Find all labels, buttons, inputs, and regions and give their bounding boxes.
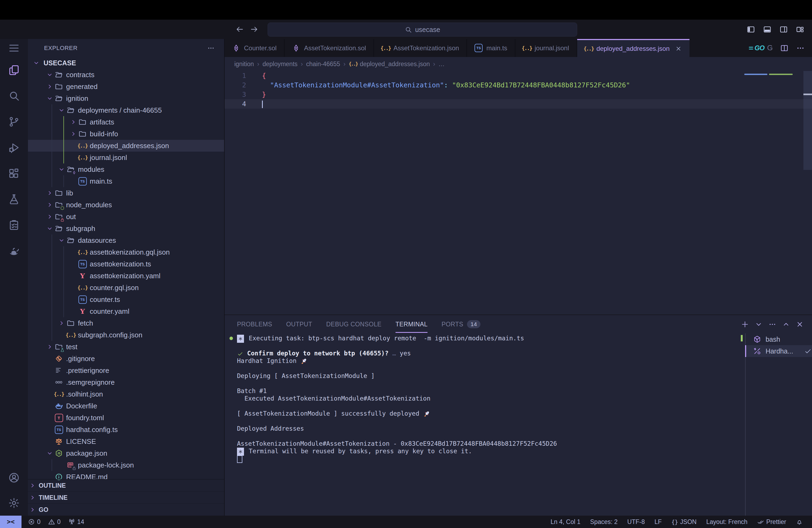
activity-settings-icon[interactable] (0, 490, 28, 516)
go-extension-icon[interactable]: GOG (749, 44, 773, 52)
tab-assettokenization.sol[interactable]: AssetTokenization.sol (285, 39, 374, 57)
breadcrumb-item[interactable]: … (438, 60, 445, 68)
layout-sidebar-right-icon[interactable] (779, 25, 788, 34)
new-terminal-icon[interactable] (741, 320, 749, 329)
tree-item-node-modules[interactable]: node_modules (28, 199, 224, 211)
activity-extensions-icon[interactable] (0, 160, 28, 186)
tree-item-contracts[interactable]: contracts (28, 69, 224, 81)
more-actions-icon[interactable] (796, 44, 805, 53)
tree-item-package-lock.json[interactable]: package-lock.json (28, 459, 224, 471)
section-go[interactable]: GO (28, 503, 224, 516)
tree-item-counter.ts[interactable]: TScounter.ts (28, 294, 224, 305)
tree-item-journal.jsonl[interactable]: {..}journal.jsonl (28, 152, 224, 163)
code-editor[interactable]: 1{2 "AssetTokenizationModule#AssetTokeni… (224, 71, 812, 315)
command-center-search[interactable]: usecase (267, 23, 577, 37)
panel-tab-ports[interactable]: PORTS14 (441, 315, 480, 333)
breadcrumb-item[interactable]: {..}deployed_addresses.json (349, 60, 430, 68)
status-ports-forwarded[interactable]: 14 (68, 518, 84, 526)
tree-item-out[interactable]: out (28, 211, 224, 223)
terminal-instance-bash[interactable]: $bash (745, 333, 812, 345)
tree-item-subgraph[interactable]: subgraph (28, 223, 224, 234)
activity-magic-lamp-icon[interactable] (0, 238, 28, 264)
breadcrumb-item[interactable]: chain-46655 (306, 60, 340, 68)
activity-explorer-icon[interactable] (0, 57, 28, 83)
activity-source-control-icon[interactable] (0, 109, 28, 135)
nav-back-icon[interactable] (235, 25, 244, 33)
breadcrumb-item[interactable]: ignition (234, 60, 254, 68)
activity-testing-icon[interactable] (0, 186, 28, 212)
tree-item-hardhat.config.ts[interactable]: TShardhat.config.ts (28, 424, 224, 436)
panel-splitter[interactable] (745, 333, 745, 516)
close-icon[interactable] (675, 45, 682, 52)
tree-item-main.ts[interactable]: TSmain.ts (28, 175, 224, 187)
more-actions-icon[interactable] (768, 320, 777, 329)
tab-assettokenization.json[interactable]: {..}AssetTokenization.json (374, 39, 467, 57)
panel-tab-problems[interactable]: PROBLEMS (237, 315, 272, 333)
status-language-mode[interactable]: {}JSON (671, 518, 697, 526)
tree-item-datasources[interactable]: datasources (28, 234, 224, 246)
status-encoding[interactable]: UTF-8 (627, 518, 645, 526)
section-timeline[interactable]: TIMELINE (28, 491, 224, 503)
activity-run-debug-icon[interactable] (0, 135, 28, 160)
tree-item-test[interactable]: test (28, 341, 224, 353)
panel-tab-terminal[interactable]: TERMINAL (395, 315, 428, 333)
tree-item-counter.gql.json[interactable]: {..}counter.gql.json (28, 282, 224, 294)
status-prettier[interactable]: Prettier (757, 518, 786, 526)
activity-search-icon[interactable] (0, 83, 28, 109)
activity-accounts-icon[interactable] (0, 465, 28, 490)
layout-custom-icon[interactable] (796, 25, 804, 34)
panel-tab-output[interactable]: OUTPUT (286, 315, 312, 333)
tab-counter.sol[interactable]: Counter.sol (224, 39, 285, 57)
tree-item-lib[interactable]: lib (28, 187, 224, 199)
status-keyboard-layout[interactable]: Layout: French (706, 518, 747, 526)
tree-item-subgraph.config.json[interactable]: {..}subgraph.config.json (28, 329, 224, 341)
tree-item-.solhint.json[interactable]: {..}.solhint.json (28, 388, 224, 400)
status-notifications[interactable] (796, 518, 805, 525)
tab-deployed_addresses.json[interactable]: {..}deployed_addresses.json (577, 39, 690, 57)
tab-main.ts[interactable]: TSmain.ts (467, 39, 515, 57)
panel-tab-debug-console[interactable]: DEBUG CONSOLE (326, 315, 381, 333)
tree-item-build-info[interactable]: build-info (28, 128, 224, 140)
tree-item-assettokenization.gql.json[interactable]: {..}assettokenization.gql.json (28, 246, 224, 258)
tree-item-usecase[interactable]: USECASE (28, 57, 224, 69)
tree-item-.semgrepignore[interactable]: .semgrepignore (28, 376, 224, 388)
close-panel-icon[interactable] (796, 320, 804, 329)
layout-sidebar-icon[interactable] (746, 25, 755, 34)
tree-item-dockerfile[interactable]: Dockerfile (28, 400, 224, 412)
tree-item-fetch[interactable]: fetch (28, 317, 224, 329)
activity-menu-icon[interactable] (0, 39, 28, 57)
tree-item-modules[interactable]: modules (28, 163, 224, 175)
tree-item-.gitignore[interactable]: .gitignore (28, 353, 224, 365)
tree-item-package.json[interactable]: JSpackage.json (28, 447, 224, 459)
tree-item-generated[interactable]: generated (28, 81, 224, 92)
status-indentation[interactable]: Spaces: 2 (590, 518, 618, 526)
tree-item-.prettierignore[interactable]: .prettierignore (28, 365, 224, 376)
editor-scrollbar[interactable] (803, 71, 812, 170)
launch-profile-icon[interactable] (754, 320, 763, 329)
tree-item-artifacts[interactable]: artifacts (28, 116, 224, 128)
status-problems-warnings[interactable]: 0 (48, 518, 61, 526)
layout-panel-icon[interactable] (763, 25, 772, 34)
maximize-panel-icon[interactable] (782, 320, 790, 329)
tab-journal.jsonl[interactable]: {..}journal.jsonl (516, 39, 577, 57)
breadcrumb-item[interactable]: deployments (262, 60, 298, 68)
activity-checklist-icon[interactable] (0, 212, 28, 238)
status-problems-errors[interactable]: 0 (28, 518, 41, 526)
tree-item-deployments-chain-46655[interactable]: deployments / chain-46655 (28, 104, 224, 116)
nav-forward-icon[interactable] (250, 25, 259, 33)
tree-item-deployed-addresses.json[interactable]: {..}deployed_addresses.json (28, 140, 224, 152)
section-outline[interactable]: OUTLINE (28, 479, 224, 491)
terminal-output[interactable]: Executing task: btp-scs hardhat deploy r… (224, 333, 745, 516)
tree-item-counter.yaml[interactable]: Ycounter.yaml (28, 305, 224, 317)
status-eol[interactable]: LF (654, 518, 662, 526)
remote-indicator[interactable]: >< (0, 516, 21, 528)
tree-item-assettokenization.yaml[interactable]: Yassettokenization.yaml (28, 270, 224, 282)
status-cursor-position[interactable]: Ln 4, Col 1 (551, 518, 580, 526)
tree-item-foundry.toml[interactable]: Tfoundry.toml (28, 412, 224, 424)
tree-item-license[interactable]: LICENSE (28, 436, 224, 447)
terminal-instance-hardha[interactable]: Hardha... (745, 345, 812, 357)
split-editor-icon[interactable] (780, 44, 789, 53)
tree-item-ignition[interactable]: ignition (28, 92, 224, 104)
tree-item-assettokenization.ts[interactable]: TSassettokenization.ts (28, 258, 224, 270)
explorer-more-icon[interactable] (207, 44, 215, 52)
